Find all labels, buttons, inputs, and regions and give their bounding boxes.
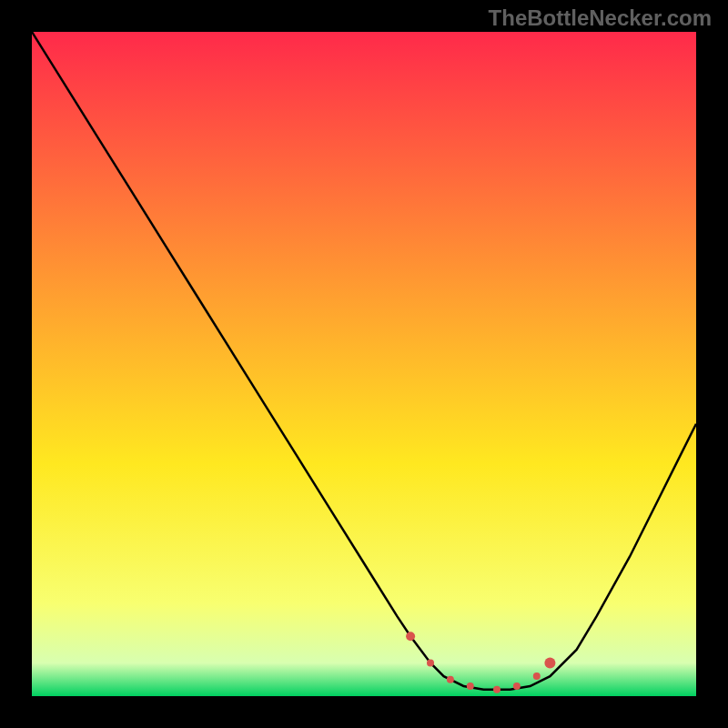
sweet-spot-start xyxy=(406,632,415,641)
sweet-spot-mid1 xyxy=(447,676,454,683)
sweet-spot-end xyxy=(544,658,555,669)
chart-svg xyxy=(32,32,696,696)
sweet-spot-right xyxy=(533,672,541,680)
gradient-background xyxy=(32,32,696,696)
sweet-spot-mid2 xyxy=(467,682,474,690)
chart-plot-area xyxy=(32,32,696,696)
sweet-spot-mid3 xyxy=(493,686,500,693)
sweet-spot-mid4 xyxy=(513,682,521,690)
sweet-spot-left xyxy=(427,660,434,667)
watermark-text: TheBottleNecker.com xyxy=(489,5,712,31)
